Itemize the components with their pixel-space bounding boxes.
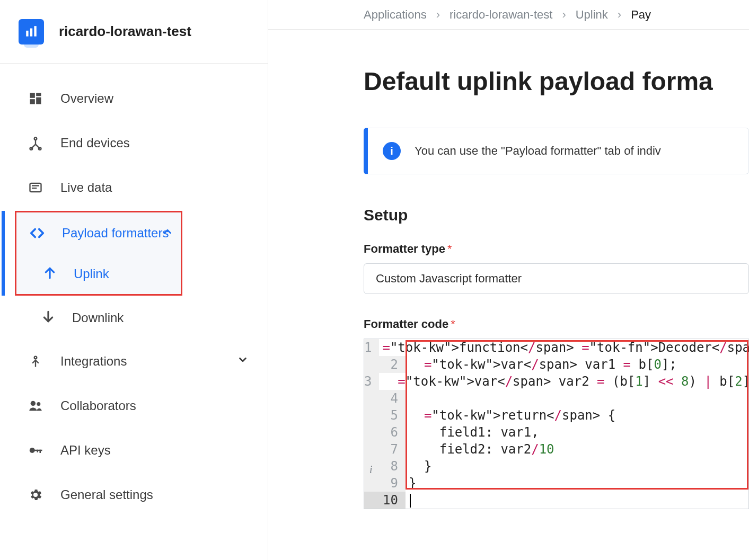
code-line[interactable]: 5 ="tok-kw">return</span> {	[364, 407, 748, 424]
code-content: }	[406, 458, 431, 475]
code-content	[406, 390, 409, 407]
code-content	[406, 492, 411, 509]
sidebar-item-integrations[interactable]: Integrations	[0, 339, 268, 384]
chevron-right-icon: ›	[618, 8, 621, 22]
code-gutter: 2	[364, 356, 406, 373]
info-icon: i	[383, 142, 401, 160]
code-line[interactable]: 10	[364, 492, 748, 509]
code-gutter: 8i	[364, 458, 406, 475]
code-line[interactable]: 6 field1: var1,	[364, 424, 748, 441]
formatter-code-label: Formatter code*	[268, 294, 749, 331]
sidebar-group-payload-formatters-highlight: Payload formatters Uplink	[15, 211, 182, 296]
sidebar-subitem-downlink[interactable]: Downlink	[0, 297, 268, 339]
app-title: ricardo-lorawan-test	[59, 23, 191, 40]
code-line[interactable]: 8i }	[364, 458, 748, 475]
sidebar-item-api-keys[interactable]: API keys	[0, 428, 268, 473]
sidebar-item-end-devices[interactable]: End devices	[0, 121, 268, 165]
api-keys-icon	[27, 441, 45, 459]
breadcrumb-current: Pay	[631, 8, 651, 22]
code-line[interactable]: 3 ="tok-kw">var</span> var2 = (b[1] << 8…	[364, 373, 748, 390]
code-line[interactable]: 7 field2: var2/10	[364, 441, 748, 458]
formatter-type-select[interactable]: Custom Javascript formatter	[364, 263, 749, 294]
svg-rect-5	[36, 97, 41, 104]
code-line[interactable]: 1="tok-kw">function</span> ="tok-fn">Dec…	[364, 339, 748, 356]
info-banner-text: You can use the "Payload formatter" tab …	[415, 144, 661, 158]
live-data-icon	[27, 179, 45, 197]
main-content: Applications › ricardo-lorawan-test › Up…	[268, 0, 749, 560]
sidebar-item-label: Live data	[60, 180, 112, 195]
breadcrumb: Applications › ricardo-lorawan-test › Up…	[268, 0, 749, 30]
code-content: ="tok-kw">var</span> var1 = b[0];	[406, 356, 677, 373]
app-logo-icon	[19, 19, 44, 45]
formatter-type-label: Formatter type*	[268, 224, 749, 256]
sidebar-item-label: Uplink	[74, 266, 109, 281]
sidebar-item-label: General settings	[60, 487, 153, 502]
sidebar-item-collaborators[interactable]: Collaborators	[0, 384, 268, 428]
end-devices-icon	[27, 134, 45, 152]
sidebar-item-live-data[interactable]: Live data	[0, 165, 268, 210]
formatter-type-value: Custom Javascript formatter	[376, 272, 522, 286]
chevron-down-icon	[237, 354, 249, 369]
sidebar-item-label: Integrations	[60, 354, 127, 369]
formatter-code-editor[interactable]: 1="tok-kw">function</span> ="tok-fn">Dec…	[364, 339, 749, 509]
code-gutter: 3	[364, 373, 379, 390]
code-gutter: 9	[364, 475, 406, 492]
code-content: ="tok-kw">return</span> {	[406, 407, 615, 424]
svg-rect-3	[30, 93, 35, 98]
svg-rect-1	[30, 28, 32, 36]
sidebar-item-payload-formatters[interactable]: Payload formatters	[16, 212, 181, 254]
code-icon	[28, 224, 46, 242]
breadcrumb-app-name[interactable]: ricardo-lorawan-test	[450, 8, 552, 22]
setup-heading: Setup	[268, 174, 749, 224]
sidebar: ricardo-lorawan-test Overview End device…	[0, 0, 268, 560]
svg-rect-25	[37, 450, 39, 452]
code-gutter: 10	[364, 492, 406, 509]
sidebar-item-label: Overview	[60, 91, 113, 106]
overview-icon	[27, 90, 45, 108]
code-gutter: 5	[364, 407, 406, 424]
svg-rect-2	[34, 26, 36, 36]
code-gutter: 7	[364, 441, 406, 458]
sidebar-nav: Overview End devices Live data Payload f…	[0, 64, 268, 517]
svg-point-21	[37, 402, 40, 406]
sidebar-subitem-uplink[interactable]: Uplink	[16, 254, 181, 294]
code-content: field2: var2/10	[406, 441, 554, 458]
svg-rect-24	[40, 450, 41, 453]
svg-rect-0	[26, 30, 28, 36]
sidebar-item-label: Payload formatters	[62, 226, 169, 241]
code-content: field1: var1,	[406, 424, 539, 441]
code-cursor	[410, 494, 411, 508]
arrow-down-icon	[41, 310, 57, 326]
code-line[interactable]: 4	[364, 390, 748, 407]
code-gutter: 1	[364, 339, 379, 356]
sidebar-item-general-settings[interactable]: General settings	[0, 473, 268, 517]
svg-point-22	[30, 448, 35, 453]
chevron-right-icon: ›	[562, 8, 566, 22]
code-gutter: 6	[364, 424, 406, 441]
sidebar-header: ricardo-lorawan-test	[0, 0, 268, 64]
sidebar-item-label: Collaborators	[60, 398, 136, 413]
sidebar-item-label: Downlink	[72, 310, 124, 325]
svg-point-12	[39, 147, 41, 150]
required-indicator: *	[451, 317, 455, 331]
arrow-up-icon	[43, 266, 59, 282]
breadcrumb-uplink[interactable]: Uplink	[576, 8, 608, 22]
code-gutter: 4	[364, 390, 406, 407]
sidebar-item-label: API keys	[60, 443, 111, 458]
page-title: Default uplink payload forma	[268, 30, 749, 96]
code-content: }	[406, 475, 416, 492]
sidebar-item-overview[interactable]: Overview	[0, 76, 268, 121]
breadcrumb-applications[interactable]: Applications	[364, 8, 427, 22]
code-content: ="tok-kw">function</span> ="tok-fn">Deco…	[379, 339, 749, 356]
gear-icon	[27, 486, 45, 504]
code-line[interactable]: 9}	[364, 475, 748, 492]
svg-point-20	[31, 401, 36, 406]
sidebar-item-label: End devices	[60, 136, 130, 150]
svg-rect-6	[30, 99, 35, 104]
svg-point-7	[34, 138, 37, 140]
required-indicator: *	[447, 242, 452, 255]
code-content: ="tok-kw">var</span> var2 = (b[1] << 8) …	[379, 373, 749, 390]
code-line[interactable]: 2 ="tok-kw">var</span> var1 = b[0];	[364, 356, 748, 373]
collaborators-icon	[27, 397, 45, 415]
svg-point-19	[34, 357, 37, 359]
